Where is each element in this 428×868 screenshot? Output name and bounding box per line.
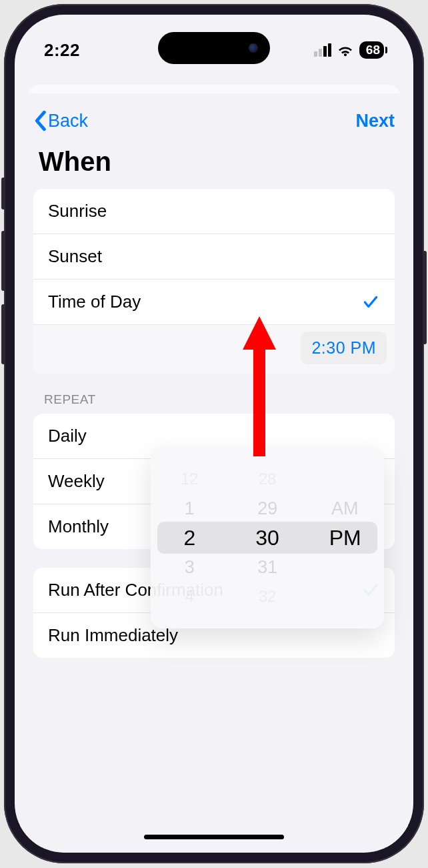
chevron-left-icon (33, 110, 47, 131)
status-icons: 68 (314, 41, 384, 59)
checkmark-icon (361, 294, 380, 311)
option-weekly-label: Weekly (48, 471, 105, 492)
option-sunset[interactable]: Sunset (33, 234, 395, 280)
option-time-of-day[interactable]: Time of Day (33, 280, 395, 325)
volume-down-button (1, 304, 5, 364)
picker-ampm-column[interactable]: AM PM (306, 447, 384, 628)
phone-frame: 2:22 68 Back Next When Sunrise (4, 4, 424, 863)
home-indicator[interactable] (144, 835, 284, 839)
dynamic-island (158, 32, 270, 64)
page-title: When (20, 136, 408, 189)
option-sunrise[interactable]: Sunrise (33, 189, 395, 234)
option-time-of-day-label: Time of Day (48, 292, 141, 312)
picker-minute-column[interactable]: 28 29 30 31 32 (229, 447, 307, 628)
next-button[interactable]: Next (355, 111, 395, 131)
battery-icon: 68 (359, 41, 384, 59)
wifi-icon (337, 43, 354, 57)
time-value-button[interactable]: 2:30 PM (301, 332, 387, 364)
back-button[interactable]: Back (33, 110, 88, 131)
option-run-immediately-label: Run Immediately (48, 625, 178, 646)
time-row: 2:30 PM (33, 325, 395, 374)
option-daily-label: Daily (48, 426, 87, 446)
option-sunrise-label: Sunrise (48, 201, 107, 222)
repeat-header: REPEAT (20, 392, 408, 414)
mute-switch (1, 177, 5, 209)
screen: 2:22 68 Back Next When Sunrise (15, 15, 413, 853)
option-monthly-label: Monthly (48, 516, 109, 537)
modal-sheet: Back Next When Sunrise Sunset Time of Da… (20, 93, 408, 847)
cellular-icon (314, 43, 331, 57)
nav-bar: Back Next (20, 93, 408, 136)
volume-up-button (1, 231, 5, 291)
power-button (423, 251, 427, 344)
status-time: 2:22 (44, 40, 80, 61)
picker-hour-column[interactable]: 12 1 2 3 4 (151, 447, 229, 628)
back-label: Back (48, 111, 88, 131)
option-sunset-label: Sunset (48, 246, 102, 267)
time-picker-popover[interactable]: 12 1 2 3 4 28 29 30 31 32 AM PM (151, 447, 384, 628)
when-group: Sunrise Sunset Time of Day 2:30 PM (33, 189, 395, 374)
